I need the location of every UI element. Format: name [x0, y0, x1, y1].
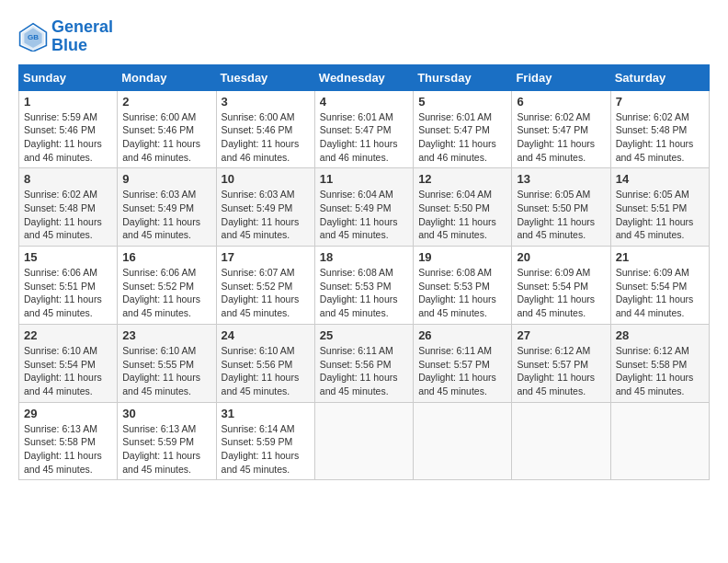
calendar-cell: 5 Sunrise: 6:01 AM Sunset: 5:47 PM Dayli…: [414, 90, 512, 168]
sunrise-time: Sunrise: 6:03 AM: [222, 189, 295, 200]
day-number: 4: [320, 95, 408, 109]
day-info: Sunrise: 6:10 AM Sunset: 5:56 PM Dayligh…: [222, 344, 310, 398]
day-info: Sunrise: 6:04 AM Sunset: 5:49 PM Dayligh…: [320, 188, 408, 242]
calendar-cell: 26 Sunrise: 6:11 AM Sunset: 5:57 PM Dayl…: [414, 324, 512, 402]
calendar-cell: 13 Sunrise: 6:05 AM Sunset: 5:50 PM Dayl…: [512, 168, 610, 247]
day-info: Sunrise: 6:12 AM Sunset: 5:58 PM Dayligh…: [616, 344, 704, 398]
day-info: Sunrise: 6:07 AM Sunset: 5:52 PM Dayligh…: [222, 266, 310, 320]
sunrise-time: Sunrise: 6:12 AM: [517, 345, 590, 356]
day-number: 13: [517, 172, 605, 186]
header-tuesday: Tuesday: [216, 64, 314, 90]
sunset-time: Sunset: 5:47 PM: [418, 124, 490, 135]
daylight-minutes: and 45 minutes.: [24, 464, 93, 475]
day-info: Sunrise: 6:00 AM Sunset: 5:46 PM Dayligh…: [122, 110, 210, 165]
sunset-time: Sunset: 5:57 PM: [517, 359, 588, 370]
calendar-cell: 8 Sunrise: 6:02 AM Sunset: 5:48 PM Dayli…: [19, 168, 118, 247]
day-info: Sunrise: 6:05 AM Sunset: 5:51 PM Dayligh…: [616, 188, 704, 242]
day-number: 31: [222, 407, 310, 420]
sunrise-time: Sunrise: 5:59 AM: [24, 111, 97, 122]
daylight-hours: Daylight: 11 hours: [122, 293, 200, 304]
sunrise-time: Sunrise: 6:10 AM: [24, 345, 97, 356]
daylight-hours: Daylight: 11 hours: [122, 216, 200, 227]
sunset-time: Sunset: 5:55 PM: [122, 359, 194, 370]
sunset-time: Sunset: 5:51 PM: [24, 281, 96, 292]
header-monday: Monday: [118, 64, 216, 90]
sunrise-time: Sunrise: 6:14 AM: [222, 423, 295, 434]
calendar-cell: 3 Sunrise: 6:00 AM Sunset: 5:46 PM Dayli…: [216, 90, 314, 168]
daylight-hours: Daylight: 11 hours: [222, 372, 300, 383]
daylight-hours: Daylight: 11 hours: [122, 138, 200, 149]
calendar-cell: [314, 402, 413, 480]
sunset-time: Sunset: 5:52 PM: [122, 281, 194, 292]
calendar-cell: 24 Sunrise: 6:10 AM Sunset: 5:56 PM Dayl…: [216, 324, 314, 402]
day-number: 16: [122, 250, 210, 264]
day-number: 5: [418, 95, 506, 109]
daylight-hours: Daylight: 11 hours: [320, 138, 398, 149]
calendar-cell: 14 Sunrise: 6:05 AM Sunset: 5:51 PM Dayl…: [610, 168, 709, 247]
sunset-time: Sunset: 5:50 PM: [418, 202, 490, 213]
day-info: Sunrise: 6:12 AM Sunset: 5:57 PM Dayligh…: [517, 344, 605, 398]
day-number: 26: [418, 328, 506, 342]
daylight-hours: Daylight: 11 hours: [222, 216, 300, 227]
day-info: Sunrise: 6:04 AM Sunset: 5:50 PM Dayligh…: [418, 188, 506, 242]
sunrise-time: Sunrise: 6:08 AM: [418, 267, 492, 278]
sunrise-time: Sunrise: 6:11 AM: [418, 345, 492, 356]
daylight-hours: Daylight: 11 hours: [418, 293, 496, 304]
daylight-hours: Daylight: 11 hours: [122, 372, 200, 383]
daylight-minutes: and 45 minutes.: [418, 307, 487, 318]
day-info: Sunrise: 6:05 AM Sunset: 5:50 PM Dayligh…: [517, 188, 605, 242]
sunset-time: Sunset: 5:48 PM: [24, 202, 96, 213]
daylight-minutes: and 45 minutes.: [517, 307, 586, 318]
daylight-minutes: and 46 minutes.: [122, 152, 191, 163]
page-container: GB General Blue SundayMondayTuesdayWedne…: [18, 18, 710, 480]
calendar-cell: 16 Sunrise: 6:06 AM Sunset: 5:52 PM Dayl…: [118, 247, 216, 325]
sunrise-time: Sunrise: 6:04 AM: [418, 189, 492, 200]
calendar-cell: 6 Sunrise: 6:02 AM Sunset: 5:47 PM Dayli…: [512, 90, 610, 168]
daylight-minutes: and 45 minutes.: [616, 152, 685, 163]
header-sunday: Sunday: [19, 64, 118, 90]
sunset-time: Sunset: 5:47 PM: [517, 124, 588, 135]
sunset-time: Sunset: 5:58 PM: [616, 359, 688, 370]
day-number: 9: [122, 172, 210, 186]
calendar-cell: 27 Sunrise: 6:12 AM Sunset: 5:57 PM Dayl…: [512, 324, 610, 402]
sunrise-time: Sunrise: 6:09 AM: [616, 267, 689, 278]
daylight-minutes: and 45 minutes.: [616, 385, 685, 396]
sunset-time: Sunset: 5:46 PM: [122, 124, 194, 135]
day-info: Sunrise: 6:06 AM Sunset: 5:52 PM Dayligh…: [122, 266, 210, 320]
daylight-minutes: and 45 minutes.: [24, 307, 93, 318]
calendar-week-row: 22 Sunrise: 6:10 AM Sunset: 5:54 PM Dayl…: [19, 324, 710, 402]
sunrise-time: Sunrise: 6:03 AM: [122, 189, 196, 200]
daylight-hours: Daylight: 11 hours: [24, 293, 102, 304]
calendar-cell: 20 Sunrise: 6:09 AM Sunset: 5:54 PM Dayl…: [512, 247, 610, 325]
daylight-minutes: and 46 minutes.: [222, 152, 290, 163]
day-number: 6: [517, 95, 605, 109]
day-info: Sunrise: 6:02 AM Sunset: 5:48 PM Dayligh…: [24, 188, 112, 242]
daylight-minutes: and 45 minutes.: [222, 307, 290, 318]
sunrise-time: Sunrise: 6:08 AM: [320, 267, 393, 278]
sunrise-time: Sunrise: 6:05 AM: [616, 189, 689, 200]
sunset-time: Sunset: 5:54 PM: [24, 359, 96, 370]
daylight-hours: Daylight: 11 hours: [24, 372, 102, 383]
daylight-minutes: and 44 minutes.: [24, 385, 93, 396]
day-number: 10: [222, 172, 310, 186]
day-info: Sunrise: 6:10 AM Sunset: 5:54 PM Dayligh…: [24, 344, 112, 398]
calendar-cell: 31 Sunrise: 6:14 AM Sunset: 5:59 PM Dayl…: [216, 402, 314, 480]
calendar-cell: 28 Sunrise: 6:12 AM Sunset: 5:58 PM Dayl…: [610, 324, 709, 402]
calendar-week-row: 1 Sunrise: 5:59 AM Sunset: 5:46 PM Dayli…: [19, 90, 710, 168]
day-number: 25: [320, 328, 408, 342]
daylight-hours: Daylight: 11 hours: [222, 450, 300, 461]
sunrise-time: Sunrise: 6:12 AM: [616, 345, 689, 356]
calendar-cell: 17 Sunrise: 6:07 AM Sunset: 5:52 PM Dayl…: [216, 247, 314, 325]
calendar-cell: 2 Sunrise: 6:00 AM Sunset: 5:46 PM Dayli…: [118, 90, 216, 168]
sunset-time: Sunset: 5:57 PM: [418, 359, 490, 370]
sunrise-time: Sunrise: 6:02 AM: [616, 111, 689, 122]
calendar-cell: 30 Sunrise: 6:13 AM Sunset: 5:59 PM Dayl…: [118, 402, 216, 480]
day-number: 23: [122, 328, 210, 342]
day-number: 12: [418, 172, 506, 186]
daylight-minutes: and 45 minutes.: [24, 229, 93, 240]
calendar-cell: 12 Sunrise: 6:04 AM Sunset: 5:50 PM Dayl…: [414, 168, 512, 247]
calendar-cell: 22 Sunrise: 6:10 AM Sunset: 5:54 PM Dayl…: [19, 324, 118, 402]
sunset-time: Sunset: 5:52 PM: [222, 281, 293, 292]
sunrise-time: Sunrise: 6:09 AM: [517, 267, 590, 278]
day-info: Sunrise: 6:14 AM Sunset: 5:59 PM Dayligh…: [222, 422, 310, 477]
